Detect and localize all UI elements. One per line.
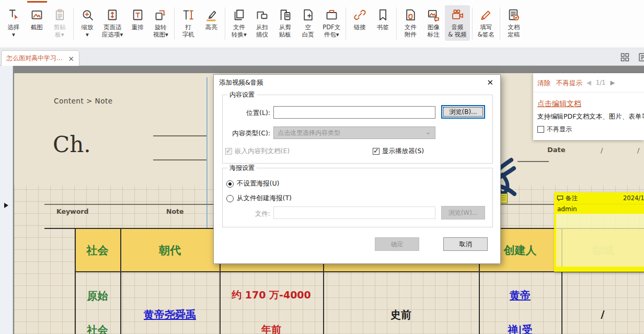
show-player-checkbox[interactable] — [373, 148, 380, 155]
writing-line — [153, 159, 207, 160]
tab-close-icon[interactable]: × — [68, 54, 74, 63]
location-input[interactable] — [273, 106, 435, 119]
toolbar-button-rotate-view[interactable]: 旋转 视图▾ — [149, 5, 172, 41]
sticky-note-annotation[interactable]: 备注 2024/11/21 admin — [554, 192, 644, 272]
poster-from-file-radio[interactable] — [226, 195, 234, 202]
toolbar-button-scanner[interactable]: 从扫 描仪 — [250, 5, 273, 41]
toolbar-button-label: 高亮 — [205, 24, 217, 40]
file-convert-icon — [232, 7, 246, 22]
toolbar-button-label: 打 字机 — [182, 24, 194, 40]
toolbar-button-fit-page[interactable]: 页面适 应选项▾ — [99, 5, 126, 41]
toolbar-button-label: 文档 定稿 — [508, 24, 520, 40]
zoom-icon — [80, 7, 95, 22]
ok-button: 确定 — [375, 237, 419, 251]
image-annotation-icon — [427, 7, 441, 22]
table-cell-society-line2: 社会 — [75, 323, 120, 334]
content-type-label: 内容类型(C): — [224, 129, 270, 138]
finalize-icon — [507, 7, 521, 22]
note-label: Note — [166, 208, 184, 215]
toolbar-button-attachment[interactable]: 文件 附件 — [399, 5, 422, 41]
dialog-close-icon[interactable]: ✕ — [487, 78, 493, 87]
document-tab[interactable]: 怎么面对高中学习... × — [1, 50, 79, 66]
toolbar-button-zoom[interactable]: 缩放 ▾ — [76, 5, 99, 41]
toolbar-button-snapshot[interactable]: 截图 — [25, 5, 48, 41]
toolbar-button-label: 缩放 ▾ — [82, 24, 94, 40]
toolbar-button-label: 从扫 描仪 — [256, 24, 268, 40]
clear-link[interactable]: 清除 — [537, 79, 550, 88]
writing-line — [518, 161, 549, 162]
embed-content-label: 嵌入内容到文档(E) — [235, 147, 290, 156]
toolbar-button-label: 截图 — [31, 24, 43, 40]
table-header-society: 社会 — [75, 243, 120, 258]
edit-region-guide-line — [206, 77, 208, 250]
from-clipboard-icon — [278, 7, 292, 22]
tab-list-view-icon[interactable] — [638, 53, 644, 62]
cancel-button[interactable]: 取消 — [443, 237, 488, 251]
table-cell-time-line2: 年前 — [220, 323, 323, 334]
toolbar-button-finalize[interactable]: 文档 定稿 — [502, 5, 525, 41]
toolbar-group-divider — [346, 7, 346, 40]
sticky-note-header[interactable]: 备注 2024/11/21 — [554, 192, 644, 204]
date-slash: / — [601, 146, 603, 154]
toolbar-button-highlight[interactable]: 高亮 — [200, 5, 223, 41]
toolbar-button-label: 旋转 视图▾ — [153, 24, 168, 40]
browse-poster-button: 浏览(W)... — [441, 206, 485, 220]
toolbar-button-label: 书签 — [377, 24, 389, 40]
clipboard-icon — [53, 7, 67, 22]
rotate-view-icon — [154, 7, 168, 22]
toolbar-button-clipboard: 剪贴 板▾ — [48, 5, 71, 41]
date-slash: / — [637, 146, 639, 154]
toolbar-button-label: 音频 & 视频 — [448, 24, 467, 40]
pager-next-icon[interactable]: ▶ — [610, 79, 615, 86]
scanner-icon — [255, 7, 269, 22]
snapshot-icon — [30, 7, 44, 22]
sidebar-expand-icon[interactable] — [4, 203, 8, 208]
edit-document-description: 支持编辑PDF文档文本、图片、表单等 — [537, 112, 644, 121]
table-link-founder[interactable]: 黄帝 — [479, 289, 561, 303]
chapter-label: Ch. — [53, 132, 91, 157]
browse-location-button[interactable]: 浏览(B)... — [441, 105, 485, 119]
bookmark-icon — [376, 7, 390, 22]
sticky-note-date: 2024/11/21 — [623, 194, 644, 202]
no-poster-radio[interactable] — [226, 180, 234, 188]
toolbar-button-typewriter[interactable]: 打 字机 — [177, 5, 200, 41]
typewriter-icon — [181, 7, 196, 22]
sticky-note-bottom-edge — [554, 267, 644, 272]
toolbar-button-fill-sign[interactable]: 填写 &签名 — [475, 5, 498, 41]
toolbar-button-bookmark[interactable]: 书签 — [371, 5, 394, 41]
table-link-dynasty[interactable]: 黄帝尧舜禹 — [120, 308, 220, 322]
select-icon — [7, 7, 21, 22]
toolbar-button-file-convert[interactable]: 文件 转换▾ — [227, 5, 250, 41]
toolbar-button-link[interactable]: 链接 — [348, 5, 371, 41]
toolbar-group-divider — [225, 7, 225, 40]
active-ribbon-tab-indicator — [27, 1, 47, 3]
toolbar-button-pdf-portfolio[interactable]: PDF文 件包▾ — [319, 5, 343, 41]
show-player-label: 显示播放器(S) — [382, 147, 424, 156]
date-label: Date — [547, 146, 566, 154]
toolbar-button-blank-page[interactable]: 空 白页 — [296, 5, 319, 41]
tab-grid-view-icon[interactable] — [620, 53, 629, 62]
embed-content-checkbox — [225, 148, 232, 155]
toolbar-button-label: 文件 转换▾ — [232, 24, 247, 40]
toolbar-button-label: 从剪 贴板 — [279, 24, 291, 40]
toolbar-button-from-clipboard[interactable]: 从剪 贴板 — [273, 5, 296, 41]
content-type-dropdown[interactable]: 点击这里选择内容类型 — [273, 126, 435, 139]
fit-page-icon — [106, 7, 120, 22]
dont-show-checkbox[interactable] — [537, 126, 544, 133]
attachment-icon — [404, 7, 418, 22]
pager-prev-icon[interactable]: ◀ — [586, 79, 591, 86]
dialog-title: 添加视频&音频 — [219, 78, 263, 87]
poster-settings-legend: 海报设置 — [227, 164, 257, 172]
dont-show-label: 不再显示 — [547, 125, 572, 134]
toolbar-button-label: PDF文 件包▾ — [323, 24, 340, 40]
navigation-sidebar — [0, 66, 13, 334]
toolbar-button-image-annotation[interactable]: 图像 标注 — [422, 5, 445, 41]
toolbar-button-select[interactable]: 选择 ▾ — [2, 5, 25, 41]
add-video-audio-dialog: 添加视频&音频 ✕ 内容设置 位置(L): 浏览(B)... 内容类型(C): … — [213, 74, 501, 264]
toolbar-button-audio-video[interactable]: 音频 & 视频 — [445, 5, 470, 41]
table-cell-period: 史前 — [323, 308, 479, 322]
dont-prompt-link[interactable]: 不再提示 — [556, 79, 582, 88]
toolbar-button-reflow[interactable]: 重排 — [126, 5, 149, 41]
pager-count: 1/1 — [596, 79, 606, 86]
edit-document-link[interactable]: 点击编辑文档 — [537, 99, 581, 109]
